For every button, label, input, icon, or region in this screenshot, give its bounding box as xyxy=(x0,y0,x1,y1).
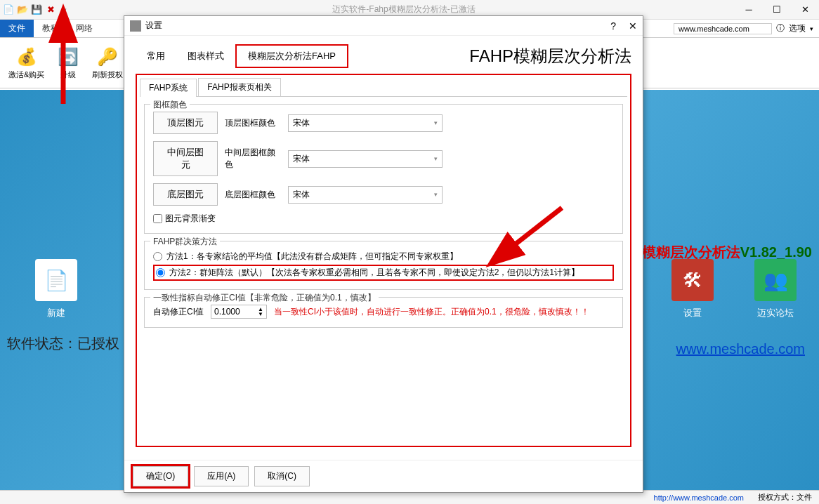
method1-radio[interactable]: 方法1：各专家结论的平均值【此法没有群合成矩阵，但可指定不同专家权重】 xyxy=(153,248,614,265)
tile-settings[interactable]: 🛠 设置 xyxy=(657,254,728,324)
ok-button[interactable]: 确定(O) xyxy=(133,466,188,486)
forum-icon: 👥 xyxy=(754,259,797,301)
dialog-footer: 确定(O) 应用(A) 取消(C) xyxy=(124,460,643,492)
open-file-icon[interactable]: 📂 xyxy=(17,4,28,15)
info-icon[interactable]: ⓘ xyxy=(776,22,785,34)
activate-button[interactable]: 💰 激活&购买 xyxy=(3,41,50,85)
upgrade-button[interactable]: 🔄 升级 xyxy=(51,41,85,85)
sub-tab-system[interactable]: FAHP系统 xyxy=(140,79,197,97)
app-title: 迈实软件-Fahp模糊层次分析法-已激活 xyxy=(73,4,735,15)
tile-new[interactable]: 📄 新建 xyxy=(21,254,91,324)
sub-tab-report[interactable]: FAHP报表页相关 xyxy=(198,78,280,96)
minimize-button[interactable]: ─ xyxy=(735,1,763,18)
frame-color-fieldset: 图框颜色 顶层图元 顶层图框颜色 宋体 中间层图元 中间层图框颜色 宋体 底层图… xyxy=(144,104,623,234)
apply-button[interactable]: 应用(A) xyxy=(194,466,249,486)
save-icon[interactable]: 💾 xyxy=(31,4,42,15)
settings-panel: FAHP系统 FAHP报表页相关 图框颜色 顶层图元 顶层图框颜色 宋体 中间层… xyxy=(136,74,631,447)
mid-layer-button[interactable]: 中间层图元 xyxy=(153,141,218,176)
maximize-button[interactable]: ☐ xyxy=(763,1,791,18)
settings-icon[interactable]: ✖ xyxy=(45,4,56,15)
options-dropdown-icon[interactable]: ▾ xyxy=(810,25,813,32)
version-text: 模糊层次分析法V1.82_1.90 xyxy=(642,243,812,262)
new-doc-icon: 📄 xyxy=(35,259,77,301)
ci-fieldset: 一致性指标自动修正CI值【非常危险，正确值为0.1，慎改】 自动修正CI值 0.… xyxy=(144,297,623,328)
bot-font-combo[interactable]: 宋体 xyxy=(288,186,443,204)
website-link[interactable]: www.meshcade.com xyxy=(676,341,805,357)
dialog-close-button[interactable]: ✕ xyxy=(629,20,637,32)
tab-file[interactable]: 文件 xyxy=(0,20,34,37)
refresh-auth-button[interactable]: 🔑 刷新授权 xyxy=(86,41,129,85)
ci-spinner[interactable]: 0.1000▲▼ xyxy=(211,305,267,319)
mid-color-label: 中间层图框颜色 xyxy=(225,147,281,171)
group-method-fieldset: FAHP群决策方法 方法1：各专家结论的平均值【此法没有群合成矩阵，但可指定不同… xyxy=(144,241,623,290)
options-label[interactable]: 选项 xyxy=(789,22,806,34)
dialog-icon xyxy=(130,20,141,32)
tools-icon: 🛠 xyxy=(671,259,714,301)
software-status: 软件状态：已授权 xyxy=(7,334,119,353)
new-file-icon[interactable]: 📄 xyxy=(3,4,14,15)
top-tab-chart-style[interactable]: 图表样式 xyxy=(176,46,235,67)
cancel-button[interactable]: 取消(C) xyxy=(254,466,310,486)
top-tab-fahp[interactable]: 模糊层次分析法FAHP xyxy=(235,44,348,68)
top-color-label: 顶层图框颜色 xyxy=(225,117,281,129)
method2-radio[interactable]: 方法2：群矩阵法（默认）【次法各专家权重必需相同，且若各专家不同，即使设定方法2… xyxy=(153,265,614,281)
dialog-title: 设置 xyxy=(145,20,162,32)
ci-label: 自动修正CI值 xyxy=(153,306,204,318)
dropdown-icon[interactable]: ▾ xyxy=(59,4,70,15)
dialog-heading: FAHP模糊层次分析法 xyxy=(469,45,631,67)
top-font-combo[interactable]: 宋体 xyxy=(288,114,443,132)
dialog-title-bar: 设置 ? ✕ xyxy=(124,16,643,36)
auth-method: 授权方式：文件 xyxy=(758,492,812,503)
upgrade-icon: 🔄 xyxy=(57,46,79,68)
close-button[interactable]: ✕ xyxy=(791,1,819,18)
bot-layer-button[interactable]: 底层图元 xyxy=(153,183,218,206)
top-layer-button[interactable]: 顶层图元 xyxy=(153,112,218,134)
bot-color-label: 底层图框颜色 xyxy=(225,189,281,201)
ci-warning: 当一致性CI小于该值时，自动进行一致性修正。正确值为0.1，很危险，慎改慎改！！ xyxy=(274,306,589,318)
url-input[interactable] xyxy=(674,23,772,34)
tab-tutorial[interactable]: 教程 xyxy=(34,20,67,37)
dialog-help-button[interactable]: ? xyxy=(610,20,616,32)
mid-font-combo[interactable]: 宋体 xyxy=(288,150,443,168)
settings-dialog: 设置 ? ✕ 常用 图表样式 模糊层次分析法FAHP FAHP模糊层次分析法 F… xyxy=(124,15,643,493)
bg-gradient-checkbox[interactable]: 图元背景渐变 xyxy=(153,213,614,225)
top-tab-common[interactable]: 常用 xyxy=(136,46,176,67)
tab-network[interactable]: 网络 xyxy=(67,20,101,37)
tile-forum[interactable]: 👥 迈实论坛 xyxy=(740,254,811,324)
statusbar-url[interactable]: http://www.meshcade.com xyxy=(654,493,744,502)
key-icon: 🔑 xyxy=(96,46,119,68)
dialog-top-tabs: 常用 图表样式 模糊层次分析法FAHP FAHP模糊层次分析法 xyxy=(136,44,631,68)
money-icon: 💰 xyxy=(15,46,38,68)
